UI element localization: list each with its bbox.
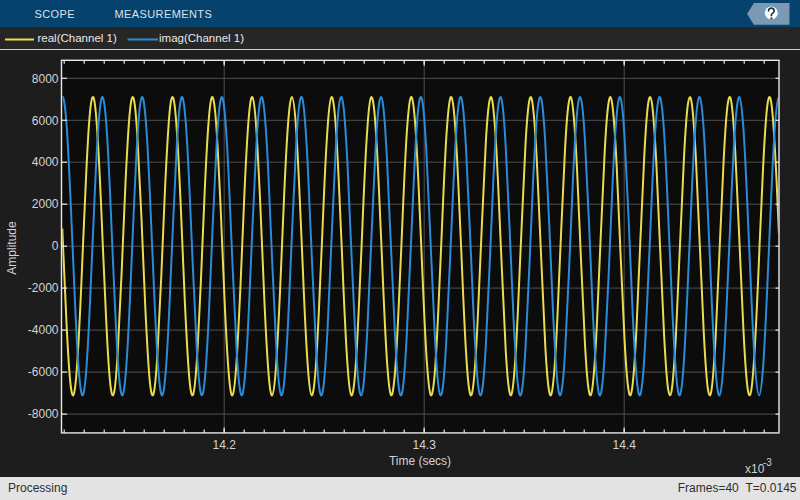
svg-text:2000: 2000: [32, 197, 59, 211]
svg-text:4000: 4000: [32, 155, 59, 169]
svg-text:8000: 8000: [32, 72, 59, 86]
svg-text:14.3: 14.3: [413, 438, 437, 452]
svg-text:-4000: -4000: [28, 323, 59, 337]
svg-text:Amplitude: Amplitude: [5, 221, 19, 275]
svg-text:0: 0: [52, 239, 59, 253]
svg-text:Time (secs): Time (secs): [389, 454, 451, 468]
svg-text:-2000: -2000: [28, 281, 59, 295]
svg-text:-8000: -8000: [28, 407, 59, 421]
svg-text:-3: -3: [763, 457, 772, 468]
svg-text:x10: x10: [745, 462, 765, 476]
svg-text:14.4: 14.4: [613, 438, 637, 452]
svg-text:6000: 6000: [32, 114, 59, 128]
svg-text:-6000: -6000: [28, 365, 59, 379]
svg-text:14.2: 14.2: [213, 438, 237, 452]
